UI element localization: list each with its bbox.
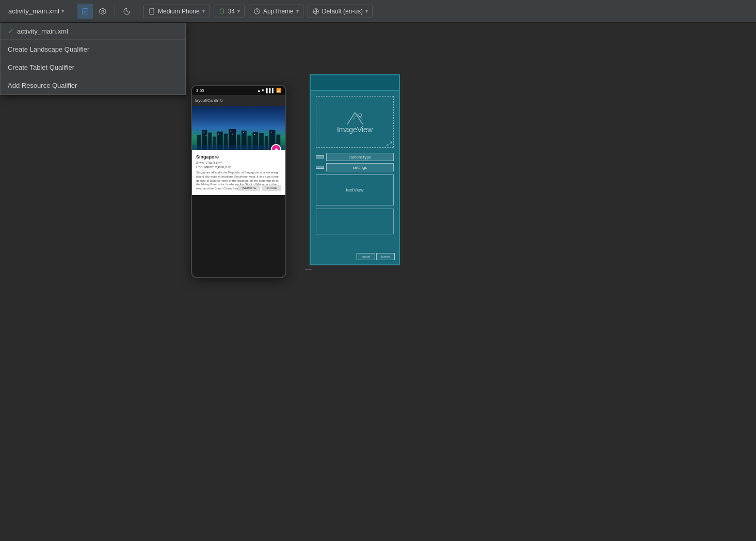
bottom-button-1[interactable]: button: [357, 253, 375, 260]
mountain-icon: [345, 110, 365, 125]
svg-rect-26: [230, 131, 231, 132]
active-file-label: activity_main.xml: [17, 27, 68, 35]
create-tablet-item[interactable]: Create Tablet Qualifier: [1, 58, 185, 76]
api-label: 34: [228, 8, 235, 15]
textview-label: textView: [346, 187, 364, 193]
canvas-area: 3:00 ▲▼ ▌▌▌ 📶 layout/Cardinfo: [0, 23, 756, 541]
toolbar-separator-3: [139, 6, 139, 17]
device-selector[interactable]: Medium Phone ▾: [143, 5, 210, 18]
phone-action-buttons: WEBSITE SHARE: [238, 185, 281, 191]
wireframe-textview: textView: [316, 174, 394, 205]
phone-frame: 3:00 ▲▼ ▌▌▌ 📶 layout/Cardinfo: [191, 85, 286, 278]
theme-selector[interactable]: AppTheme ▾: [249, 5, 303, 18]
camera-btn-row: cameraType: [316, 153, 394, 161]
file-tab[interactable]: activity_main.xml ▾: [4, 5, 69, 17]
svg-rect-29: [254, 134, 255, 135]
api-selector[interactable]: 34 ▾: [214, 5, 245, 18]
add-resource-label: Add Resource Qualifier: [8, 82, 77, 89]
wireframe-bottom-buttons: button button: [357, 253, 395, 260]
phone-info-line1: Area: 734.3 km²: [196, 161, 281, 165]
phone-app-bar: layout/Cardinfo: [192, 95, 285, 106]
create-landscape-item[interactable]: Create Landscape Qualifier: [1, 40, 185, 58]
theme-label: AppTheme: [263, 8, 294, 15]
phone-info-line2: Population: 5,638,676: [196, 165, 281, 169]
svg-point-2: [102, 10, 104, 12]
locale-selector[interactable]: Default (en-us) ▾: [308, 5, 373, 18]
settings-btn-row: settings: [316, 163, 394, 171]
api-chevron: ▾: [237, 8, 240, 14]
file-dropdown-menu: ✓ activity_main.xml Create Landscape Qua…: [0, 23, 186, 95]
blueprint-icon: [99, 7, 107, 15]
create-landscape-label: Create Landscape Qualifier: [8, 45, 89, 53]
phone-signal: ▲▼ ▌▌▌ 📶: [257, 88, 281, 93]
toolbar-separator-1: [73, 6, 73, 17]
night-mode-button[interactable]: [119, 4, 135, 19]
tablet-header: [311, 75, 399, 91]
android-icon: [218, 8, 226, 15]
svg-point-31: [359, 114, 362, 117]
globe-icon: [312, 8, 319, 15]
phone-website-button[interactable]: WEBSITE: [238, 185, 260, 191]
device-chevron: ▾: [202, 8, 205, 14]
blueprint-view-button[interactable]: [95, 4, 110, 19]
bottom-button-2[interactable]: button: [376, 253, 395, 260]
camera-type-button[interactable]: cameraType: [326, 153, 394, 161]
wireframe-buttons: cameraType settings: [311, 153, 399, 171]
imageview-resize-icon: [387, 140, 392, 146]
phone-status-bar: 3:00 ▲▼ ▌▌▌ 📶: [192, 86, 285, 95]
wireframe-textblock: [316, 209, 394, 234]
design-view-button[interactable]: [77, 4, 93, 19]
phone-app-title: layout/Cardinfo: [195, 98, 223, 103]
phone-city-title: Singapore: [196, 154, 281, 160]
create-tablet-label: Create Tablet Qualifier: [8, 63, 74, 71]
svg-rect-24: [205, 135, 206, 136]
tablet-frame: ImageView cameraType settings te: [310, 74, 400, 265]
svg-rect-28: [243, 132, 244, 133]
wireframe-imageview: ImageView: [316, 96, 394, 148]
svg-rect-30: [271, 132, 272, 133]
toolbar-separator-2: [115, 6, 115, 17]
design-icon: [81, 7, 89, 15]
add-resource-item[interactable]: Add Resource Qualifier: [1, 76, 185, 94]
svg-rect-3: [150, 8, 154, 14]
moon-icon: [123, 7, 131, 15]
svg-rect-23: [204, 132, 205, 133]
tablet-preview: ImageView cameraType settings te: [310, 74, 400, 265]
wireframe-line-1: [316, 155, 324, 158]
wireframe-line-2: [316, 166, 324, 169]
phone-preview: 3:00 ▲▼ ▌▌▌ 📶 layout/Cardinfo: [191, 85, 286, 278]
theme-icon: [253, 8, 261, 15]
dropdown-active-file: ✓ activity_main.xml: [1, 23, 185, 40]
settings-button[interactable]: settings: [326, 163, 394, 171]
main-toolbar: activity_main.xml ▾ Medium Phone ▾: [0, 0, 756, 23]
device-label: Medium Phone: [158, 8, 200, 15]
file-tab-chevron: ▾: [61, 8, 65, 14]
phone-icon: [148, 8, 155, 15]
file-tab-name: activity_main.xml: [8, 7, 59, 15]
locale-label: Default (en-us): [322, 8, 363, 15]
imageview-label: ImageView: [337, 125, 373, 134]
phone-hero-image: ★: [192, 106, 285, 150]
phone-time: 3:00: [196, 88, 204, 93]
checkmark-icon: ✓: [8, 27, 14, 35]
phone-content-area: Singapore Area: 734.3 km² Population: 5,…: [192, 150, 285, 195]
svg-rect-27: [232, 134, 233, 135]
theme-chevron: ▾: [296, 8, 299, 14]
svg-marker-1: [100, 8, 106, 14]
phone-share-button[interactable]: SHARE: [262, 185, 281, 191]
locale-chevron: ▾: [365, 8, 368, 14]
svg-rect-25: [218, 134, 219, 135]
